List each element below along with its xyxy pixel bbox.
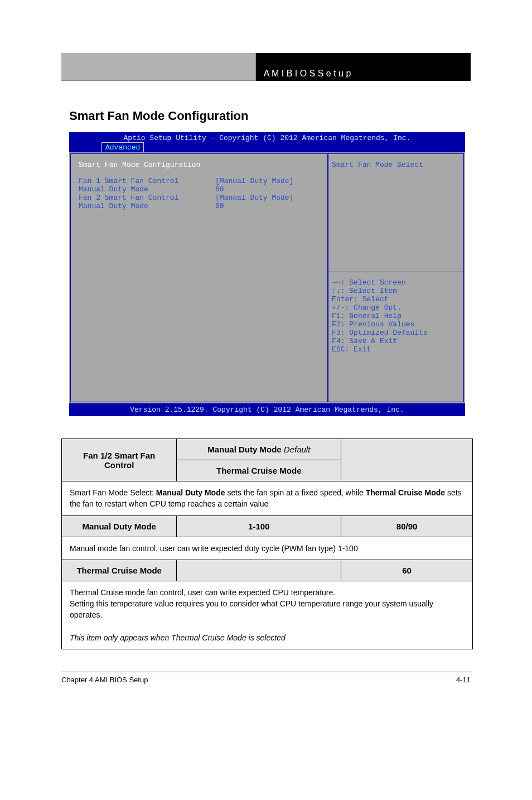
bios-key-hint: ↑↓: Select Item — [332, 287, 460, 296]
th-value-b: Thermal Cruise Mode — [177, 460, 341, 481]
bios-title: Aptio Setup Utility - Copyright (C) 2012… — [69, 132, 465, 142]
bios-row-label: Manual Duty Mode — [79, 185, 215, 194]
bios-row[interactable]: Manual Duty Mode 80 — [79, 185, 321, 194]
th-value-a: Manual Duty Mode Default — [177, 439, 341, 460]
bios-row-label: Manual Duty Mode — [79, 202, 215, 210]
th-value — [177, 560, 341, 581]
bios-key-hint: F1: General Help — [332, 312, 460, 321]
bios-row-value: [Manual Duty Mode] — [215, 194, 293, 202]
bios-tab-advanced[interactable]: Advanced — [101, 142, 144, 152]
th-option: Fan 1/2 Smart Fan Control — [62, 439, 177, 481]
bios-key-hint: →←: Select Screen — [332, 279, 460, 287]
bios-row-label: Fan 1 Smart Fan Control — [79, 177, 215, 185]
bios-row[interactable]: Manual Duty Mode 90 — [79, 202, 321, 210]
bios-row[interactable]: Fan 1 Smart Fan Control [Manual Duty Mod… — [79, 177, 321, 185]
bios-screenshot: Aptio Setup Utility - Copyright (C) 2012… — [69, 132, 465, 416]
bios-help-panel: Smart Fan Mode Select — [328, 153, 464, 272]
settings-table: Fan 1/2 Smart Fan Control Manual Duty Mo… — [61, 438, 473, 649]
bios-row-label: Fan 2 Smart Fan Control — [79, 194, 215, 202]
bios-key-hint: ESC: Exit — [332, 346, 460, 354]
desc-row: Smart Fan Mode Select: Manual Duty Mode … — [62, 481, 473, 516]
bios-row-value: [Manual Duty Mode] — [215, 177, 293, 185]
footer-chapter: Chapter 4 AMI BIOS Setup — [61, 676, 148, 684]
bios-left-heading: Smart Fan Mode Configuration — [79, 161, 321, 169]
bios-key-hint: F4: Save & Exit — [332, 338, 460, 346]
bios-key-hint: F3: Optimized Defaults — [332, 329, 460, 338]
bios-key-hint: +/-: Change Opt. — [332, 304, 460, 312]
page-footer: Chapter 4 AMI BIOS Setup 4-11 — [61, 676, 471, 684]
bios-left-panel: Smart Fan Mode Configuration Fan 1 Smart… — [70, 153, 328, 402]
bios-row-value: 80 — [215, 185, 224, 194]
header-right-title: A M I B I O S S e t u p — [256, 53, 471, 81]
desc-row: Manual mode fan control, user can write … — [62, 537, 473, 560]
bios-key-hint: F2: Previous Values — [332, 321, 460, 329]
bios-footer: Version 2.15.1229. Copyright (C) 2012 Am… — [69, 403, 465, 416]
bios-row-value: 90 — [215, 202, 224, 210]
th-default-note — [341, 439, 473, 481]
th-option: Thermal Cruise Mode — [62, 560, 177, 581]
bios-key-hint: Enter: Select — [332, 296, 460, 304]
th-value: 1-100 — [177, 515, 341, 537]
th-default: 60 — [341, 560, 473, 581]
footer-page: 4-11 — [456, 676, 471, 684]
bios-keys-panel: →←: Select Screen ↑↓: Select Item Enter:… — [328, 272, 464, 402]
section-title: Smart Fan Mode Configuration — [69, 109, 532, 123]
header-left-blank — [61, 53, 256, 81]
footer-rule — [61, 672, 471, 672]
desc-row: Thermal Cruise mode fan control, user ca… — [62, 581, 473, 649]
bios-row[interactable]: Fan 2 Smart Fan Control [Manual Duty Mod… — [79, 194, 321, 202]
page-header: A M I B I O S S e t u p — [61, 53, 471, 81]
th-option: Manual Duty Mode — [62, 515, 177, 537]
th-default: 80/90 — [341, 515, 473, 537]
